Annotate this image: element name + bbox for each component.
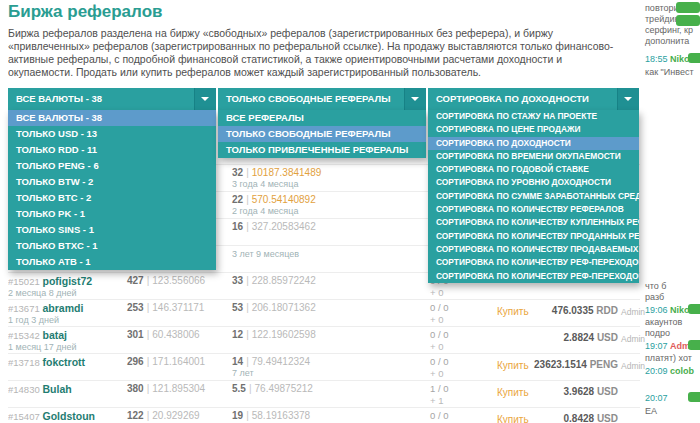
profit-cell: 5.5|76.49875212 xyxy=(232,383,372,395)
username-link[interactable]: Goldstoun xyxy=(42,410,95,422)
profit-value: 58.19163378 xyxy=(252,410,310,421)
dropdown-option[interactable]: ВСЕ ВАЛЮТЫ - 38 xyxy=(8,110,216,126)
profit-value: 228.85972242 xyxy=(252,275,316,286)
chat-action-badge[interactable] xyxy=(688,340,700,350)
dropdown-option[interactable]: СОРТИРОВКА ПО ГОДОВОЙ СТАВКЕ xyxy=(428,163,639,176)
chat-action-badge[interactable] xyxy=(688,304,700,314)
price-amount: 2.8824 xyxy=(564,332,595,343)
dropdown-option[interactable]: СОРТИРОВКА ПО КОЛИЧЕСТВУ ПРОДАВАЕМЫХ РЕФ… xyxy=(428,243,639,256)
separator: | xyxy=(144,410,153,421)
referral-type-select[interactable]: ТОЛЬКО СВОБОДНЫЕ РЕФЕРАЛЫ xyxy=(218,88,426,110)
user-tenure: 1 месяц 17 дней xyxy=(8,342,128,352)
profit-cell: 22|570.541408922 года 4 месяца xyxy=(232,194,372,216)
chevron-down-icon[interactable] xyxy=(194,88,216,110)
ratio-cell: 1 / 0+ 1 xyxy=(430,383,480,406)
user-cell: #13718 fokctrott xyxy=(8,356,128,369)
ratio-cell: 0 / 0+ 0 xyxy=(430,410,480,423)
referral-type-dropdown: ВСЕ РЕФЕРАЛЫ ТОЛЬКО СВОБОДНЫЕ РЕФЕРАЛЫ Т… xyxy=(218,110,426,158)
dropdown-option[interactable]: СОРТИРОВКА ПО КОЛИЧЕСТВУ РЕФ-ПЕРЕХОДОВ С… xyxy=(428,270,639,283)
separator: | xyxy=(243,275,252,286)
username-link[interactable]: abramdi xyxy=(42,302,83,314)
dropdown-option[interactable]: СОРТИРОВКА ПО СТАЖУ НА ПРОЕКТЕ xyxy=(428,110,639,123)
chat-time: 19:07 xyxy=(645,341,668,351)
chat-message: 20:09 colob xyxy=(645,366,694,376)
separator: | xyxy=(243,221,252,232)
plus-count: + 1 xyxy=(430,395,480,406)
profit-count: 5.5 xyxy=(232,383,246,394)
refs-earned-cell: 427|123.556066 xyxy=(127,275,235,286)
dropdown-option[interactable]: ТОЛЬКО ПРИВЛЕЧЕННЫЕ РЕФЕРАЛЫ xyxy=(218,142,426,158)
dropdown-option[interactable]: ТОЛЬКО BTXC - 1 xyxy=(8,238,216,254)
dropdown-option[interactable]: СОРТИРОВКА ПО КОЛИЧЕСТВУ КУПЛЕННЫХ РЕФЕР… xyxy=(428,216,639,229)
profit-value: 79.49412324 xyxy=(252,356,310,367)
chat-action-badge[interactable] xyxy=(676,15,700,26)
intro-line: «привлеченных» рефералов (зарегистрирова… xyxy=(8,40,653,53)
dropdown-option[interactable]: ВСЕ РЕФЕРАЛЫ xyxy=(218,110,426,126)
profit-count: 33 xyxy=(232,275,243,286)
chevron-down-icon[interactable] xyxy=(404,88,426,110)
dropdown-option[interactable]: ТОЛЬКО PK - 1 xyxy=(8,206,216,222)
bought-sold-ratio: 0 / 0 xyxy=(430,356,480,367)
user-id: #14830 xyxy=(8,384,40,395)
chat-message: разб xyxy=(645,292,664,302)
profit-count: 19 xyxy=(232,410,243,421)
dropdown-option[interactable]: ТОЛЬКО SINS - 1 xyxy=(8,222,216,238)
bought-sold-ratio: 0 / 0 xyxy=(430,302,480,313)
dropdown-option[interactable]: ТОЛЬКО BTC - 2 xyxy=(8,190,216,206)
intro-line: окупаемости. Продать или купить реферало… xyxy=(8,66,653,79)
profit-value: 122.19602598 xyxy=(252,329,316,340)
profit-cell: 33|228.85972242 xyxy=(232,275,372,287)
profit-count: 32 xyxy=(232,167,243,178)
chat-message: EA xyxy=(645,406,657,416)
user-cell: #14830 Bulah xyxy=(8,383,128,396)
dropdown-option[interactable]: ТОЛЬКО ATB - 1 xyxy=(8,254,216,270)
dropdown-option[interactable]: СОРТИРОВКА ПО ЦЕНЕ ПРОДАЖИ xyxy=(428,123,639,136)
chat-message: 19:06 Nikol xyxy=(645,305,692,315)
profit-count: 14 xyxy=(232,356,243,367)
user-cell: #15021 pofigist722 месяца 8 дней xyxy=(8,275,128,298)
price-value: 476.0335 RDD xyxy=(508,305,618,316)
sort-select[interactable]: СОРТИРОВКА ПО ДОХОДНОСТИ xyxy=(428,88,639,110)
dropdown-option[interactable]: СОРТИРОВКА ПО УРОВНЮ ДОХОДНОСТИ xyxy=(428,176,639,189)
separator: | xyxy=(243,167,252,178)
ratio-cell: 0 / 0+ 0 xyxy=(430,329,480,352)
profit-value: 10187.3841489 xyxy=(252,167,322,178)
chat-action-badge[interactable] xyxy=(688,53,700,63)
chat-action-badge[interactable] xyxy=(688,392,700,402)
dropdown-option[interactable]: СОРТИРОВКА ПО ДОХОДНОСТИ xyxy=(428,137,639,150)
dropdown-option[interactable]: ТОЛЬКО PENG - 6 xyxy=(8,158,216,174)
separator: | xyxy=(144,275,153,286)
plus-count: + 0 xyxy=(430,287,480,298)
chevron-down-icon[interactable] xyxy=(617,88,639,110)
dropdown-option[interactable]: СОРТИРОВКА ПО СУММЕ ЗАРАБОТАННЫХ СРЕДСТВ xyxy=(428,190,639,203)
username-link[interactable]: fokctrott xyxy=(42,356,85,368)
dropdown-option[interactable]: СОРТИРОВКА ПО КОЛИЧЕСТВУ РЕФЕРАЛОВ xyxy=(428,203,639,216)
username-link[interactable]: Bulah xyxy=(42,383,71,395)
dropdown-option[interactable]: СОРТИРОВКА ПО КОЛИЧЕСТВУ ПРОДАННЫХ РЕФЕР… xyxy=(428,230,639,243)
table-row: #13671 abramdi1 год 3 дней 253|146.37117… xyxy=(8,299,640,327)
separator: | xyxy=(243,194,252,205)
dropdown-option[interactable]: ТОЛЬКО BTW - 2 xyxy=(8,174,216,190)
user-id: #15407 xyxy=(8,411,40,422)
intro-line: Биржа рефералов разделена на биржу «своб… xyxy=(8,27,653,40)
dropdown-option[interactable]: СОРТИРОВКА ПО ВРЕМЕНИ ОКУПАЕМОСТИ xyxy=(428,150,639,163)
username-link[interactable]: bataj xyxy=(42,329,67,341)
user-id: #15021 xyxy=(8,276,40,287)
chat-action-badge[interactable] xyxy=(676,2,700,13)
sort-value: СОРТИРОВКА ПО ДОХОДНОСТИ xyxy=(436,93,589,104)
earned-value: 123.556066 xyxy=(152,275,205,286)
profit-count: 22 xyxy=(232,194,243,205)
dropdown-option[interactable]: ТОЛЬКО RDD - 11 xyxy=(8,142,216,158)
chat-message: 18:55 Nikol xyxy=(645,54,692,64)
profit-value: 206.18071362 xyxy=(252,302,316,313)
currency-filter-select[interactable]: ВСЕ ВАЛЮТЫ - 38 xyxy=(8,88,216,110)
bought-sold-ratio: 0 / 0 xyxy=(430,329,480,340)
chat-username[interactable]: colob xyxy=(670,366,694,376)
dropdown-option[interactable]: ТОЛЬКО USD - 13 xyxy=(8,126,216,142)
dropdown-option[interactable]: СОРТИРОВКА ПО КОЛИЧЕСТВУ РЕФ-ПЕРЕХОДОВ xyxy=(428,256,639,269)
profit-count: 53 xyxy=(232,302,243,313)
price-amount: 0.8428 xyxy=(564,413,595,423)
dropdown-option[interactable]: ТОЛЬКО СВОБОДНЫЕ РЕФЕРАЛЫ xyxy=(218,126,426,142)
price-value: 3.9628 USD xyxy=(508,386,618,397)
username-link[interactable]: pofigist72 xyxy=(42,275,92,287)
